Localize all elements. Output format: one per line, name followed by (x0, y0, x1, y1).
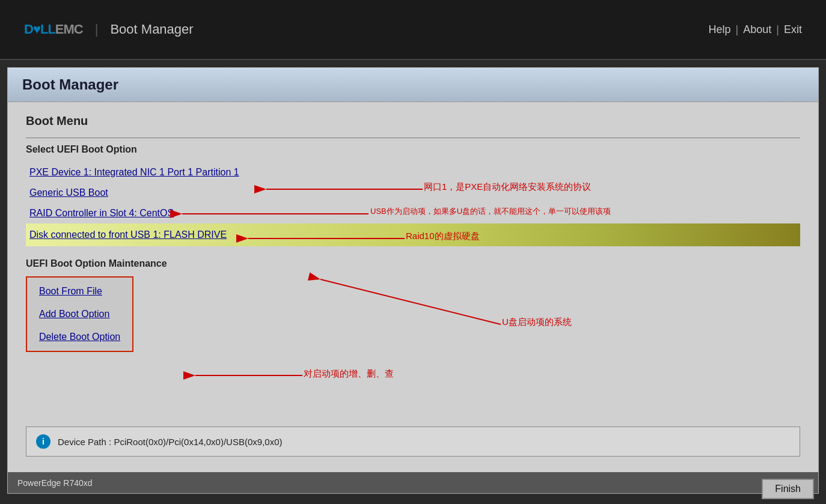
nav-help-link[interactable]: Help (709, 23, 731, 36)
page-title-bar: Boot Manager (8, 68, 818, 102)
nav-exit-link[interactable]: Exit (784, 23, 802, 36)
nav-about-link[interactable]: About (743, 23, 771, 36)
footer-bar: PowerEdge R740xd (8, 472, 818, 493)
uefi-subsection-title: Select UEFI Boot Option (26, 144, 800, 155)
logo-emc: EMC (55, 22, 83, 37)
maintenance-subsection-title: UEFI Boot Option Maintenance (26, 258, 800, 269)
boot-option-raid[interactable]: RAID Controller in Slot 4: CentOS (26, 203, 800, 223)
nav-sep-2: | (776, 23, 779, 36)
footer-model-text: PowerEdge R740xd (17, 478, 93, 488)
header-divider: | (95, 22, 99, 37)
svg-line-5 (320, 279, 501, 324)
device-path-bar: i Device Path : PciRoot(0x0)/Pci(0x14,0x… (26, 427, 800, 457)
header: D♥LL EMC | Boot Manager Help | About | E… (0, 0, 826, 60)
finish-button[interactable]: Finish (762, 479, 814, 499)
device-path-text: Device Path : PciRoot(0x0)/Pci(0x14,0x0)… (58, 437, 282, 447)
boot-from-file-button[interactable]: Boot From File (29, 280, 130, 303)
boot-options-list: PXE Device 1: Integrated NIC 1 Port 1 Pa… (26, 162, 800, 246)
section-divider (26, 138, 800, 138)
info-icon: i (36, 434, 50, 449)
boot-option-usb[interactable]: Generic USB Boot (26, 183, 800, 203)
add-boot-option-button[interactable]: Add Boot Option (29, 303, 130, 326)
main-content: Boot Manager Boot Menu Select UEFI Boot … (7, 67, 819, 494)
content-body: Boot Menu Select UEFI Boot Option PXE De… (8, 102, 818, 493)
maintenance-box: Boot From File Add Boot Option Delete Bo… (26, 276, 133, 352)
header-nav: Help | About | Exit (709, 23, 802, 36)
header-app-title: Boot Manager (110, 22, 193, 37)
boot-option-disk[interactable]: Disk connected to front USB 1: FLASH DRI… (26, 223, 800, 246)
annotation-flash-text: U盘启动项的系统 (502, 317, 572, 328)
section-title: Boot Menu (26, 114, 800, 128)
delete-boot-option-button[interactable]: Delete Boot Option (29, 326, 130, 348)
logo-dell: D♥LL (24, 22, 55, 37)
logo: D♥LL EMC (24, 22, 83, 37)
annotation-maintenance-text: 对启动项的增、删、查 (304, 368, 394, 380)
nav-sep-1: | (736, 23, 739, 36)
boot-option-pxe[interactable]: PXE Device 1: Integrated NIC 1 Port 1 Pa… (26, 162, 800, 183)
page-title: Boot Manager (22, 76, 118, 93)
